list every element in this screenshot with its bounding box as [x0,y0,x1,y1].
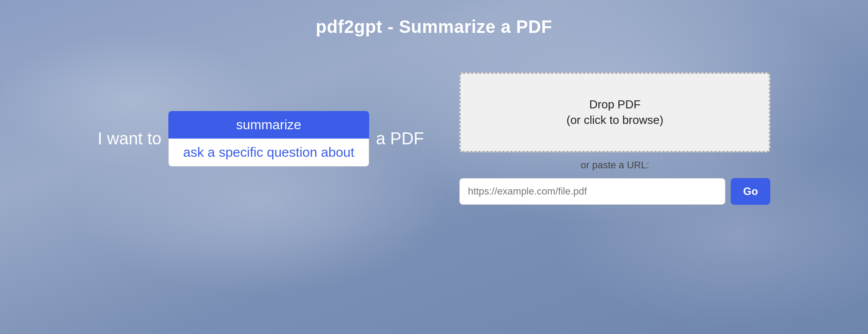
sentence-section: I want to summarize ask a specific quest… [98,111,424,167]
dropdown-selected-option[interactable]: summarize [168,111,369,139]
drop-zone[interactable]: Drop PDF (or click to browse) [459,72,770,152]
page-title: pdf2gpt - Summarize a PDF [316,17,553,37]
drop-zone-line1: Drop PDF [589,98,641,111]
upload-section: Drop PDF (or click to browse) or paste a… [459,72,770,205]
page-content: pdf2gpt - Summarize a PDF I want to summ… [0,0,868,334]
sentence-prefix: I want to [98,129,162,148]
dropdown-ask-option[interactable]: ask a specific question about [168,139,369,167]
url-row: Go [459,178,770,205]
main-layout: I want to summarize ask a specific quest… [0,72,868,205]
paste-url-label: or paste a URL: [581,159,649,171]
drop-zone-line2: (or click to browse) [566,113,663,127]
url-input[interactable] [459,178,725,205]
dropdown-container: summarize ask a specific question about [168,111,369,167]
sentence-row: I want to summarize ask a specific quest… [98,111,424,167]
go-button[interactable]: Go [731,178,770,205]
sentence-suffix: a PDF [376,129,424,148]
